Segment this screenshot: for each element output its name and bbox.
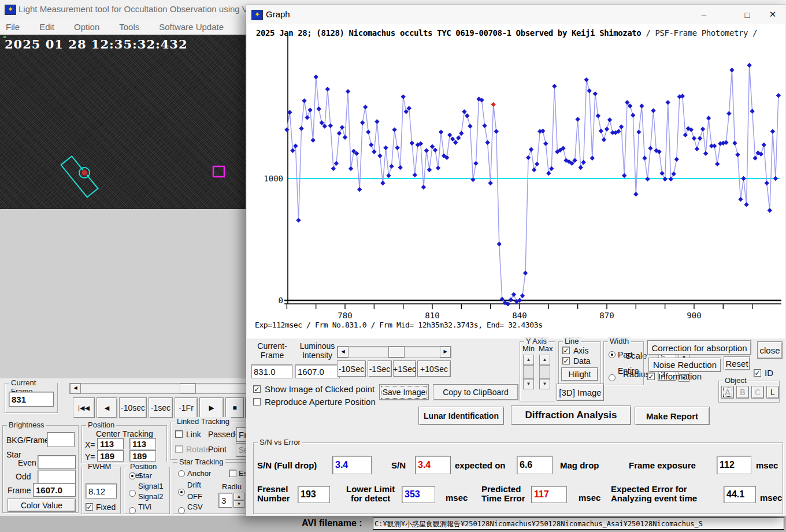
data-point[interactable] [712,143,717,148]
data-point[interactable] [662,177,667,181]
data-point[interactable] [546,171,551,176]
tracking-x-field[interactable]: 113 [129,438,156,449]
minus-1sec-button[interactable]: -1sec [149,397,173,418]
graph-scroll-thumb[interactable] [388,347,405,358]
data-point[interactable] [587,88,592,93]
data-point[interactable] [715,162,720,166]
minus-10sec-button[interactable]: -10sec [119,397,147,418]
data-point[interactable] [337,131,342,136]
data-point[interactable] [383,146,388,150]
data-point[interactable] [692,136,696,140]
radius-down-arrow[interactable]: ▼ [233,500,244,508]
data-point[interactable] [456,136,461,140]
radio-anchor[interactable] [178,470,185,477]
data-point[interactable] [636,129,641,134]
data-point[interactable] [584,77,589,82]
avi-filename-field[interactable]: C:¥観測¥小惑星食観測報告¥250128Nicomachus¥250128Ni… [373,518,784,530]
radio-off[interactable] [178,507,185,514]
save-image-button[interactable]: Save Image [379,384,429,400]
data-point[interactable] [357,187,362,192]
noise-reduction-button[interactable]: Noise Reduction [648,358,721,372]
fwhm-field[interactable]: 8.12 [86,483,117,498]
data-point[interactable] [590,156,595,161]
data-point[interactable] [284,127,289,132]
data-point[interactable] [776,93,781,98]
radio-signal2[interactable] [129,507,136,514]
data-point[interactable] [410,141,414,146]
data-point[interactable] [535,162,539,166]
data-point[interactable] [672,172,676,176]
menu-option[interactable]: Option [74,22,99,32]
line-axis-checkbox[interactable]: ✓ [562,347,570,354]
data-point[interactable] [293,143,298,148]
data-point[interactable] [488,181,492,185]
ymin-track[interactable] [523,365,534,379]
data-point[interactable] [363,105,368,109]
data-point[interactable] [651,108,655,113]
data-point[interactable] [698,136,702,140]
radius-up-arrow[interactable]: ▲ [233,493,244,500]
data-point[interactable] [424,148,429,152]
data-point[interactable] [372,150,376,154]
data-point[interactable] [665,100,670,105]
data-point[interactable] [305,115,309,120]
data-point[interactable] [578,165,583,170]
data-point[interactable] [642,156,647,161]
center-y-field[interactable]: 189 [97,450,124,462]
data-point[interactable] [290,148,295,152]
data-point[interactable] [299,126,303,131]
data-point[interactable] [674,157,679,162]
show-image-checkbox[interactable]: ✓ [253,385,261,393]
rotate-checkbox[interactable] [175,445,183,453]
data-point[interactable] [526,155,531,160]
data-point[interactable] [703,151,708,156]
plus-1sec-graph-button[interactable]: +1Sec [393,360,416,377]
data-point[interactable] [340,125,344,129]
data-point[interactable] [459,131,464,136]
step-back-button[interactable]: ◀ [97,397,117,418]
play-button[interactable]: ▶ [199,397,224,418]
data-point[interactable] [520,293,525,298]
data-point[interactable] [398,165,402,170]
plus-10sec-graph-button[interactable]: +10Sec [417,360,451,377]
diffraction-analysis-button[interactable]: Diffraction Analysis [511,405,631,425]
data-point[interactable] [369,143,373,147]
menu-tools[interactable]: Tools [119,22,139,32]
data-point[interactable] [768,208,772,213]
width-entire-radio[interactable] [609,374,616,381]
data-point[interactable] [436,166,440,170]
data-point[interactable] [619,124,624,129]
lower-limit-field[interactable]: 353 [402,486,435,503]
goto-start-button[interactable]: |◀◀ [73,397,95,418]
data-point[interactable] [552,84,557,88]
menu-edit[interactable]: Edit [39,22,54,32]
stop-button[interactable]: ■ [225,397,244,418]
data-point[interactable] [389,164,394,169]
data-point[interactable] [750,109,754,113]
copy-clipboard-button[interactable]: Copy to ClipBoard [433,384,518,400]
minus-1frame-button[interactable]: -1Fr [175,397,198,418]
graph-scroll-right-arrow[interactable]: ▶ [440,347,451,358]
data-point[interactable] [317,106,321,111]
data-point[interactable] [700,127,705,131]
data-point[interactable] [375,119,379,124]
frame-exposure-field[interactable]: 112 [717,456,751,474]
current-frame-field[interactable]: 831 [9,392,54,407]
data-point[interactable] [360,120,365,125]
data-point[interactable] [421,185,426,189]
width-part-radio[interactable] [609,351,616,358]
ymax-up-arrow[interactable]: ▲ [539,355,550,365]
luminous-intensity-field[interactable]: 1607.0 [295,364,340,378]
data-point[interactable] [633,192,638,196]
scrollbar-left-arrow[interactable]: ◀ [70,384,81,393]
hilight-button[interactable]: Hilight [561,367,598,381]
data-point[interactable] [622,173,626,178]
data-point[interactable] [529,147,533,152]
data-point[interactable] [310,138,315,143]
data-point[interactable] [511,292,516,297]
tracking-radius-field[interactable]: 3 [218,493,232,508]
even-field[interactable] [38,455,76,469]
make-report-button[interactable]: Make Report [635,407,710,425]
data-point[interactable] [377,154,382,158]
data-point[interactable] [523,271,528,276]
